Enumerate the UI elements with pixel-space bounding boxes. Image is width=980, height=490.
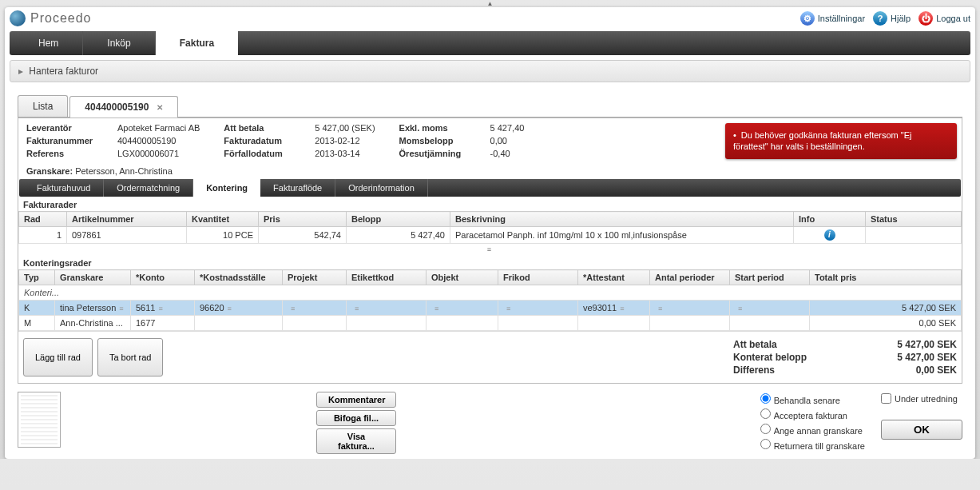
cell-qty: 10 PCE (187, 227, 259, 244)
col-belopp[interactable]: Belopp (347, 212, 450, 227)
radio-return[interactable]: Returnera till granskare (760, 437, 865, 452)
subtab-invoice[interactable]: 404400005190 ✕ (69, 96, 177, 118)
under-investigation-checkbox[interactable]: Under utredning (881, 392, 962, 405)
brand-logo (10, 10, 26, 26)
col-konto[interactable]: *Konto (131, 270, 195, 285)
cell-status (866, 227, 962, 244)
cell-konto[interactable]: 1677 (131, 316, 195, 331)
tab-kontering[interactable]: Kontering (193, 179, 260, 197)
button-row: Lägg till rad Ta bort rad Att betala5 42… (18, 331, 962, 383)
resize-handle[interactable]: ≡ (18, 244, 962, 255)
add-row-button[interactable]: Lägg till rad (23, 338, 93, 376)
invoice-thumbnail[interactable] (18, 392, 61, 448)
col-kvantitet[interactable]: Kvantitet (187, 212, 259, 227)
vat-value: 0,00 (490, 136, 525, 145)
edit-icon: ≡ (228, 305, 230, 313)
col-status[interactable]: Status (866, 212, 962, 227)
subtab-list[interactable]: Lista (18, 95, 68, 117)
logout-label: Logga ut (936, 14, 970, 23)
close-icon[interactable]: ✕ (157, 103, 163, 112)
comments-button[interactable]: Kommentarer (316, 392, 396, 408)
reviewer-label: Granskare: (26, 166, 73, 176)
accounting-row-selected[interactable]: K tina Petersson≡ 5611≡ 96620≡ ≡ ≡ ≡ ≡ v… (19, 301, 962, 316)
cell-start[interactable]: ≡ (730, 301, 810, 316)
table-header-row: Typ Granskare *Konto *Kostnadsställe Pro… (19, 270, 962, 285)
total-acc-label: Konterat belopp (733, 352, 845, 363)
cell-desc: Paracetamol Panph. inf 10mg/ml 10 x 100 … (450, 227, 794, 244)
alert-message: Du behöver godkänna fakturan eftersom "E… (725, 123, 957, 159)
logout-link[interactable]: ⏻ Logga ut (919, 11, 970, 26)
col-typ[interactable]: Typ (19, 270, 55, 285)
col-attestant[interactable]: *Attestant (578, 270, 650, 285)
col-start-period[interactable]: Start period (730, 270, 810, 285)
subtab-invoice-label: 404400005190 (85, 102, 149, 113)
col-totalt-pris[interactable]: Totalt pris (810, 270, 962, 285)
invnum-value: 404400005190 (117, 136, 200, 145)
cell-projekt[interactable]: ≡ (283, 301, 347, 316)
settings-link[interactable]: ⚙ Inställningar (800, 11, 865, 26)
help-link[interactable]: ? Hjälp (873, 11, 911, 26)
col-beskrivning[interactable]: Beskrivning (450, 212, 794, 227)
round-label: Öresutjämning (399, 149, 487, 158)
info-icon: i (824, 229, 835, 241)
edit-icon: ≡ (119, 305, 121, 313)
col-granskare[interactable]: Granskare (55, 270, 131, 285)
radio-accept-input[interactable] (760, 408, 771, 419)
radio-other-input[interactable] (760, 424, 771, 434)
cell-etikett[interactable]: ≡ (347, 301, 427, 316)
radio-later[interactable]: Behandla senare (760, 392, 865, 407)
col-frikod[interactable]: Frikod (498, 270, 578, 285)
supplier-value: Apoteket Farmaci AB (117, 123, 200, 133)
cell-konto[interactable]: 5611≡ (131, 301, 195, 316)
cell-kostnad[interactable]: 96620≡ (195, 301, 283, 316)
col-etikettkod[interactable]: Etikettkod (347, 270, 427, 285)
col-pris[interactable]: Pris (259, 212, 347, 227)
edit-icon: ≡ (658, 305, 661, 313)
col-artikelnummer[interactable]: Artikelnummer (67, 212, 187, 227)
col-rad[interactable]: Rad (19, 212, 67, 227)
section-konteringsrader: Konteringsrader (18, 255, 962, 269)
col-kostnadsstalle[interactable]: *Kostnadsställe (195, 270, 283, 285)
tab-orderinformation[interactable]: Orderinformation (335, 179, 428, 197)
footer: Kommentarer Bifoga fil... Visa faktura..… (5, 384, 975, 459)
radio-accept[interactable]: Acceptera fakturan (760, 407, 865, 422)
col-info[interactable]: Info (794, 212, 866, 227)
col-antal-perioder[interactable]: Antal perioder (650, 270, 730, 285)
breadcrumb[interactable]: ▸ Hantera fakturor (10, 60, 970, 82)
category-row: Konteri... (19, 285, 962, 301)
col-objekt[interactable]: Objekt (427, 270, 498, 285)
help-label: Hjälp (891, 14, 911, 23)
cell-granskare[interactable]: Ann-Christina ... (55, 316, 131, 331)
chevron-right-icon: ▸ (18, 66, 23, 77)
tab-ordermatchning[interactable]: Ordermatchning (104, 179, 193, 197)
table-row[interactable]: 1 097861 10 PCE 542,74 5 427,40 Paraceta… (19, 227, 962, 244)
radio-later-input[interactable] (760, 393, 771, 404)
tab-fakturahuvud[interactable]: Fakturahuvud (24, 179, 104, 197)
show-invoice-button[interactable]: Visa faktura... (316, 428, 396, 454)
tab-fakturaflode[interactable]: Fakturaflöde (260, 179, 335, 197)
date-label: Fakturadatum (224, 136, 311, 145)
accounting-row[interactable]: M Ann-Christina ... 1677 0,00 SEK (19, 316, 962, 331)
edit-icon: ≡ (355, 305, 357, 313)
remove-row-button[interactable]: Ta bort rad (97, 338, 164, 376)
nav-purchase[interactable]: Inköp (83, 31, 155, 55)
cell-granskare[interactable]: tina Petersson≡ (55, 301, 131, 316)
cell-perioder[interactable]: ≡ (650, 301, 730, 316)
page-collapse-handle[interactable]: ▲ (0, 0, 980, 7)
nav-home[interactable]: Hem (14, 31, 83, 55)
cell-info[interactable]: i (794, 227, 866, 244)
col-projekt[interactable]: Projekt (283, 270, 347, 285)
radio-other[interactable]: Ange annan granskare (760, 422, 865, 437)
ok-button[interactable]: OK (881, 420, 962, 440)
cell-frikod[interactable]: ≡ (498, 301, 578, 316)
under-investigation-input[interactable] (881, 393, 891, 404)
attach-file-button[interactable]: Bifoga fil... (316, 410, 396, 426)
cell-total: 0,00 SEK (810, 316, 962, 331)
edit-icon: ≡ (738, 305, 740, 313)
cell-objekt[interactable]: ≡ (427, 301, 498, 316)
radio-return-input[interactable] (760, 439, 771, 449)
nav-invoice[interactable]: Faktura (156, 31, 238, 55)
power-icon: ⏻ (919, 11, 933, 26)
cell-attestant[interactable]: ve93011≡ (578, 301, 650, 316)
pay-value: 5 427,00 (SEK) (315, 123, 375, 133)
